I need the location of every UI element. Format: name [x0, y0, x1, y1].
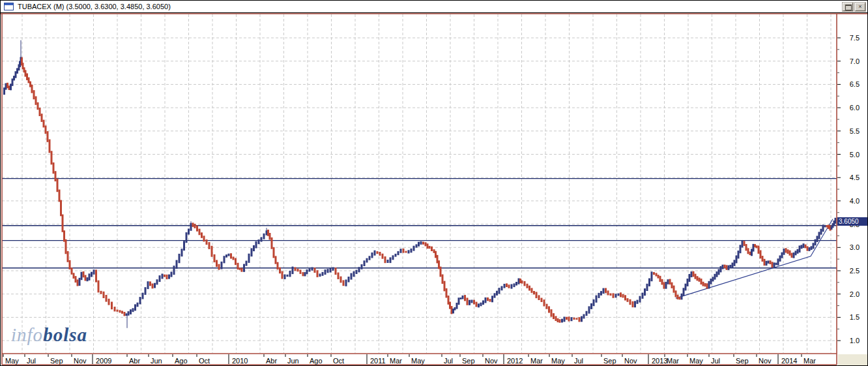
ohlc-bar	[382, 254, 384, 259]
ohlc-bar	[51, 151, 53, 164]
ohlc-bar	[413, 246, 415, 251]
ohlc-bar	[246, 261, 248, 266]
ohlc-bar	[366, 258, 368, 263]
ohlc-bar	[416, 244, 418, 247]
ohlc-bar	[145, 287, 147, 295]
ohlc-bar	[629, 299, 631, 305]
ohlc-bar	[646, 284, 648, 291]
ohlc-bar	[81, 272, 83, 280]
ohlc-bar	[95, 269, 97, 282]
close-button[interactable]: ×	[855, 3, 865, 11]
ohlc-bar	[269, 233, 271, 240]
x-axis-label: May	[411, 357, 425, 365]
x-axis-label: Sep	[736, 357, 749, 365]
ohlc-bar	[114, 307, 116, 311]
chart-canvas[interactable]: 7.57.06.56.05.55.04.54.03.53.02.52.01.51…	[1, 1, 868, 366]
ohlc-bar	[214, 254, 216, 262]
ohlc-bar	[387, 260, 389, 263]
ohlc-bar	[192, 222, 194, 227]
ohlc-bar	[364, 260, 366, 266]
ohlc-bar	[45, 125, 47, 134]
ohlc-bar	[644, 288, 646, 296]
ohlc-bar	[600, 291, 602, 296]
ohlc-bar	[728, 266, 730, 270]
ohlc-bar	[261, 237, 263, 241]
ohlc-bar	[60, 200, 62, 217]
ohlc-bar	[783, 249, 785, 255]
ohlc-bar	[330, 268, 332, 273]
ohlc-bar	[785, 248, 787, 252]
ohlc-bar	[149, 281, 151, 286]
ohlc-bar	[555, 316, 557, 321]
ohlc-bar	[777, 258, 779, 265]
ohlc-bar	[607, 290, 609, 295]
ohlc-bar	[634, 301, 636, 307]
ohlc-bar	[224, 256, 225, 263]
title-bar[interactable]: TUBACEX (M) (3.5000, 3.6300, 3.4850, 3.6…	[1, 1, 867, 13]
ohlc-bar	[487, 297, 489, 301]
ohlc-bar	[818, 232, 820, 239]
ohlc-bar	[225, 254, 227, 258]
y-axis-label: 5.5	[850, 127, 860, 135]
ohlc-bar	[317, 270, 319, 277]
ohlc-bar	[789, 251, 791, 256]
ohlc-bar	[173, 266, 175, 275]
ohlc-bar	[764, 259, 766, 266]
ohlc-bar	[345, 280, 347, 286]
ohlc-bar	[304, 272, 306, 276]
ohlc-bar	[319, 273, 321, 277]
ohlc-bar	[31, 85, 33, 93]
ohlc-bar	[292, 267, 294, 275]
scroll-corner	[838, 354, 868, 365]
ohlc-bar	[618, 294, 620, 296]
ohlc-bar	[683, 288, 685, 296]
ohlc-bar	[758, 246, 760, 254]
restore-button[interactable]	[843, 3, 853, 11]
ohlc-bar	[83, 271, 85, 277]
ohlc-bar	[69, 260, 71, 269]
x-axis-label: Sep	[462, 357, 475, 365]
ohlc-bar	[663, 282, 665, 288]
ohlc-bar	[277, 262, 279, 270]
x-axis-label: Mar	[530, 357, 543, 365]
ohlc-bar	[41, 114, 43, 122]
ohlc-bar	[209, 242, 210, 249]
ohlc-bar	[201, 232, 203, 238]
ohlc-bar	[62, 215, 64, 232]
ohlc-bar	[429, 246, 431, 249]
x-axis-label: 2013	[652, 357, 667, 365]
ohlc-bar	[108, 299, 110, 305]
ohlc-bar	[815, 239, 817, 246]
ohlc-bar	[730, 265, 732, 268]
y-axis-label: 4.0	[850, 197, 860, 205]
ohlc-bar	[624, 295, 626, 300]
ohlc-bar	[734, 260, 736, 266]
ohlc-bar	[501, 286, 503, 291]
trend-line[interactable]	[676, 219, 833, 298]
ohlc-bar	[677, 295, 679, 299]
ohlc-bar	[718, 269, 720, 275]
ohlc-bar	[335, 267, 337, 275]
y-axis-label: 5.0	[850, 151, 860, 159]
ohlc-bar	[665, 282, 667, 289]
ohlc-bar	[669, 279, 671, 285]
ohlc-bar	[687, 279, 689, 286]
ohlc-bar	[253, 245, 255, 251]
x-axis-label: Abr	[129, 357, 140, 365]
x-axis-label: Nov	[485, 357, 498, 365]
ohlc-bar	[756, 245, 758, 248]
ohlc-bar	[693, 271, 695, 277]
ohlc-bar	[489, 299, 491, 302]
ohlc-bar	[799, 245, 801, 252]
ohlc-bar	[168, 275, 170, 279]
ohlc-bar	[65, 239, 67, 254]
ohlc-bar	[770, 260, 772, 264]
ohlc-bar	[171, 272, 173, 277]
ohlc-bar	[295, 267, 297, 271]
ohlc-bar	[805, 245, 807, 249]
ohlc-bar	[139, 297, 141, 304]
ohlc-bar	[559, 319, 561, 322]
ohlc-bar	[85, 275, 87, 281]
ohlc-bar	[384, 256, 386, 263]
ohlc-bar	[374, 251, 376, 256]
